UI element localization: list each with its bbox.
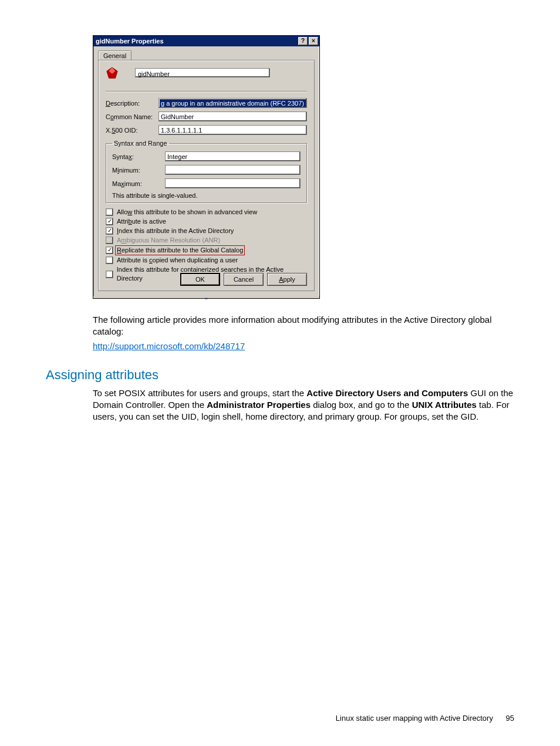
oid-input[interactable]: 1.3.6.1.1.1.1.1 bbox=[158, 125, 307, 135]
group-legend: Syntax and Range bbox=[112, 140, 169, 147]
page-footer: Linux static user mapping with Active Di… bbox=[336, 714, 514, 723]
minimum-input[interactable] bbox=[165, 165, 301, 175]
tab-general[interactable]: General bbox=[98, 50, 131, 60]
checkbox-icon[interactable] bbox=[106, 271, 113, 278]
chk-index-ad[interactable]: Index this attribute in the Active Direc… bbox=[106, 227, 307, 235]
cancel-button[interactable]: Cancel bbox=[224, 273, 264, 286]
maximum-input[interactable] bbox=[165, 178, 301, 188]
ok-button[interactable]: OK bbox=[180, 273, 220, 286]
syntax-range-group: Syntax and Range Syntax: Integer Minimum… bbox=[106, 140, 307, 203]
checkbox-list: Allow this attribute to be shown in adva… bbox=[106, 208, 307, 283]
footer-text: Linux static user mapping with Active Di… bbox=[336, 714, 493, 723]
help-button[interactable]: ? bbox=[298, 37, 308, 45]
oid-label: X.500 OID: bbox=[106, 127, 158, 134]
resize-grip[interactable]: ▂ bbox=[93, 296, 319, 298]
maximum-label: Maximum: bbox=[112, 180, 165, 187]
syntax-input[interactable]: Integer bbox=[165, 151, 301, 161]
checkbox-icon bbox=[106, 237, 113, 244]
kb-link[interactable]: http://support.microsoft.com/kb/248717 bbox=[93, 341, 245, 351]
apply-button[interactable]: Apply bbox=[267, 273, 307, 286]
chk-allow-advanced[interactable]: Allow this attribute to be shown in adva… bbox=[106, 208, 307, 217]
chk-attribute-active[interactable]: Attribute is active bbox=[106, 217, 307, 226]
close-button[interactable]: × bbox=[309, 37, 318, 45]
chk-copied-duplicate[interactable]: Attribute is copied when duplicating a u… bbox=[106, 256, 307, 265]
syntax-label: Syntax: bbox=[112, 153, 165, 160]
properties-dialog: gidNumber Properties ? × General gidNumb… bbox=[93, 35, 320, 299]
paragraph-posix: To set POSIX attributes for users and gr… bbox=[93, 387, 514, 423]
attribute-name-field[interactable]: gidNumber bbox=[135, 68, 270, 77]
chk-anr: Ambiguous Name Resolution (ANR) bbox=[106, 236, 307, 245]
tab-panel: gidNumber Description: g a group in an a… bbox=[98, 60, 315, 291]
common-name-label: Common Name: bbox=[106, 113, 158, 120]
common-name-input[interactable]: GidNumber bbox=[158, 112, 307, 121]
checkbox-icon[interactable] bbox=[106, 247, 113, 254]
description-label: Description: bbox=[106, 100, 158, 107]
checkbox-icon[interactable] bbox=[106, 208, 113, 216]
titlebar[interactable]: gidNumber Properties ? × bbox=[93, 36, 319, 46]
checkbox-icon[interactable] bbox=[106, 218, 113, 225]
window-title: gidNumber Properties bbox=[96, 36, 297, 46]
paragraph-gc-info: The following article provides more info… bbox=[93, 314, 514, 338]
chk-replicate-gc[interactable]: Replicate this attribute to the Global C… bbox=[106, 245, 307, 255]
attribute-icon bbox=[106, 66, 119, 79]
description-input[interactable]: g a group in an administrative domain (R… bbox=[158, 98, 307, 108]
checkbox-icon[interactable] bbox=[106, 256, 113, 264]
heading-assigning-attributes: Assigning attributes bbox=[46, 367, 514, 383]
page-number: 95 bbox=[506, 714, 514, 723]
minimum-label: Minimum: bbox=[112, 167, 165, 174]
single-valued-note: This attribute is single-valued. bbox=[112, 192, 301, 199]
checkbox-icon[interactable] bbox=[106, 227, 113, 235]
